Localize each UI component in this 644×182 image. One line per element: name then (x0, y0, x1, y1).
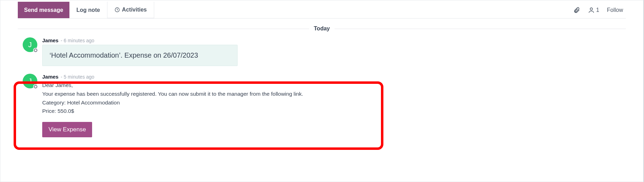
attachment-button[interactable] (573, 7, 580, 14)
date-separator: Today (18, 26, 626, 32)
message-author: James (42, 37, 59, 43)
clock-icon (114, 7, 120, 13)
message-line: Category: Hotel Accommodation (42, 99, 626, 107)
send-message-button[interactable]: Send message (18, 2, 69, 18)
message-time: - 5 minutes ago (61, 74, 95, 80)
follower-count: 1 (596, 7, 599, 13)
avatar[interactable]: J (23, 74, 37, 88)
message-line: Price: 550.0$ (42, 107, 626, 116)
avatar-initial: J (28, 41, 32, 49)
message-line: Dear James, (42, 81, 626, 90)
date-separator-label: Today (309, 26, 335, 32)
message-line: Your expense has been successfully regis… (42, 90, 626, 99)
activities-label: Activities (122, 7, 147, 13)
follow-button[interactable]: Follow (607, 7, 623, 13)
avatar[interactable]: J (23, 37, 37, 52)
activities-tab[interactable]: Activities (107, 2, 154, 18)
view-expense-button[interactable]: View Expense (42, 122, 92, 137)
message-toolbar: Send message Log note Activities (18, 2, 626, 19)
message-time: - 6 minutes ago (61, 38, 95, 43)
message-item: J James - 5 minutes ago Dear James, Your… (18, 72, 626, 141)
note-text: ‘Hotel Accommodation’. Expense on 26/07/… (50, 51, 198, 59)
presence-indicator-icon (33, 84, 38, 89)
log-note-tab[interactable]: Log note (69, 2, 107, 18)
note-card: ‘Hotel Accommodation’. Expense on 26/07/… (42, 45, 238, 66)
message-item: J James - 6 minutes ago ‘Hotel Accommoda… (18, 35, 626, 70)
svg-point-1 (590, 8, 593, 10)
message-author: James (42, 74, 59, 80)
paperclip-icon (573, 7, 580, 14)
log-note-label: Log note (76, 7, 100, 13)
presence-indicator-icon (33, 48, 38, 53)
followers-button[interactable]: 1 (588, 7, 599, 14)
avatar-initial: J (28, 77, 32, 85)
user-icon (588, 7, 595, 14)
